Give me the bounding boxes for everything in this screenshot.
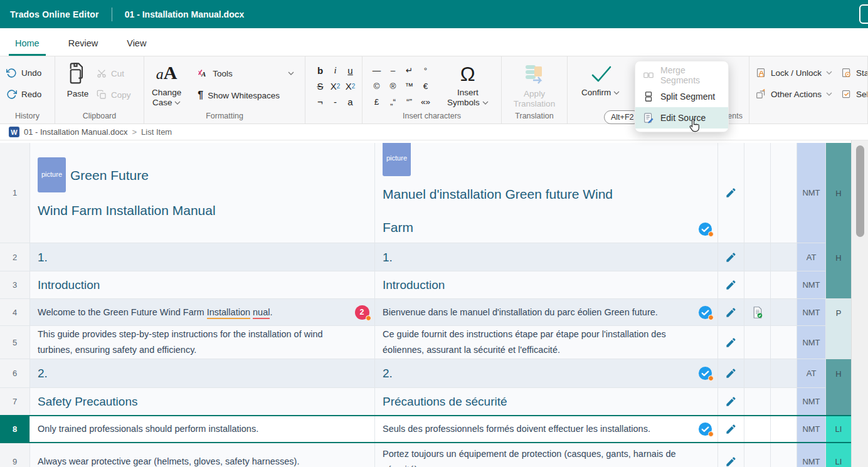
edit-pencil-icon[interactable] (725, 367, 737, 379)
edit-target-cell (718, 143, 744, 243)
translation-origin-cell: AT (797, 243, 826, 271)
header-button-partial[interactable] (859, 4, 868, 24)
not-sign-button[interactable]: ¬ (313, 94, 327, 109)
source-cell[interactable]: 1. (30, 243, 375, 271)
insert-char-button[interactable]: ® (385, 78, 401, 93)
tab-review[interactable]: Review (62, 38, 105, 56)
redo-button[interactable]: Redo (6, 86, 55, 102)
insert-char-button[interactable]: © (369, 78, 384, 93)
group-label-clipboard: Clipboard (55, 112, 144, 120)
group-formatting: aA Change Case A Tools ¶ Show Whitespace… (144, 56, 305, 123)
chevron-down-icon (826, 92, 832, 97)
edit-pencil-icon[interactable] (725, 423, 737, 435)
undo-button[interactable]: Undo (6, 65, 55, 81)
target-cell[interactable]: 2. (375, 359, 718, 388)
insert-char-button[interactable]: ™ (401, 78, 417, 93)
insert-char-button[interactable]: — (369, 63, 384, 78)
insert-char-button[interactable]: ↵ (401, 63, 417, 78)
edit-pencil-icon[interactable] (725, 307, 737, 318)
segment-number[interactable]: 9 (0, 443, 30, 467)
selection-border (0, 442, 851, 443)
edit-pencil-icon[interactable] (725, 187, 737, 199)
source-cell[interactable]: This guide provides step-by-step instruc… (30, 326, 375, 359)
source-cell[interactable]: Welcome to the Green Future Wind Farm In… (30, 299, 375, 326)
insert-char-button[interactable]: „“ (385, 94, 401, 109)
breadcrumb: W 01 - Installation Manual.docx > List I… (0, 124, 868, 140)
segment-number[interactable]: 8 (0, 416, 30, 443)
segment-row: 1pictureGreen FutureWind Farm Installati… (0, 143, 851, 243)
insert-char-button[interactable]: “” (401, 94, 417, 109)
underline-button[interactable]: u (343, 63, 357, 78)
bold-button[interactable]: b (313, 63, 327, 78)
segment-number[interactable]: 6 (0, 359, 30, 388)
insert-char-button[interactable]: € (418, 78, 433, 93)
status-button[interactable]: Statu (841, 65, 868, 81)
document-title: 01 - Installation Manual.docx (125, 9, 245, 19)
scrollbar-thumb[interactable] (856, 145, 864, 237)
source-cell[interactable]: pictureGreen FutureWind Farm Installatio… (30, 143, 375, 243)
superscript-button[interactable]: X2 (343, 78, 357, 93)
preview-cell (744, 271, 771, 299)
translation-origin-cell: NMT (797, 326, 826, 359)
tools-button[interactable]: A Tools (198, 65, 298, 81)
breadcrumb-section: List Item (141, 127, 172, 137)
apply-translation-icon (522, 63, 547, 87)
vertical-scrollbar[interactable] (851, 140, 868, 467)
source-cell[interactable]: Only trained professionals should perfor… (30, 416, 375, 443)
segment-number[interactable]: 2 (0, 243, 30, 271)
target-cell[interactable]: pictureManuel d'installation Green futur… (375, 143, 718, 243)
target-cell[interactable]: Bienvenue dans le manuel d'installation … (375, 299, 718, 326)
word-file-icon: W (9, 127, 19, 137)
target-cell[interactable]: Seuls des professionnels formés doivent … (375, 416, 718, 443)
other-actions-button[interactable]: Other Actions (756, 86, 832, 102)
show-whitespaces-button[interactable]: ¶ Show Whitespaces (198, 87, 298, 103)
lock-unlock-button[interactable]: Lock / Unlock (756, 65, 832, 81)
target-cell[interactable]: Précautions de sécurité (375, 388, 718, 416)
target-cell[interactable]: Ce guide fournit des instructions étape … (375, 326, 718, 359)
copy-button[interactable]: Copy (97, 87, 131, 103)
error-count-badge[interactable]: 2 (355, 305, 369, 320)
segment-number[interactable]: 1 (0, 143, 30, 243)
edit-pencil-icon[interactable] (725, 396, 737, 407)
insert-char-button[interactable]: «» (418, 94, 433, 109)
document-check-icon[interactable] (751, 306, 764, 319)
target-cell[interactable]: 1. (375, 243, 718, 271)
target-cell[interactable]: Portez toujours un équipement de protect… (375, 443, 718, 467)
ribbon-tabs: Home Review View (0, 28, 868, 56)
menu-item-edit-source[interactable]: Edit Source (635, 107, 728, 129)
insert-char-button[interactable]: – (385, 63, 401, 78)
segment-number[interactable]: 4 (0, 299, 30, 326)
select-button[interactable]: Selec (841, 86, 868, 102)
menu-item-merge-segments[interactable]: Merge Segments (635, 65, 728, 86)
change-case-label: Change Case (152, 88, 181, 108)
menu-item-split-segment[interactable]: Split Segment (635, 86, 728, 107)
italic-button[interactable]: i (328, 63, 342, 78)
edit-pencil-icon[interactable] (725, 279, 737, 291)
edit-pencil-icon[interactable] (725, 456, 737, 467)
optional-hyphen-button[interactable]: - (328, 94, 342, 109)
source-cell[interactable]: Always wear protective gear (helmets, gl… (30, 443, 375, 467)
lowercase-a-button[interactable]: a (343, 94, 357, 109)
insert-char-button[interactable]: ° (418, 63, 433, 78)
strikethrough-button[interactable]: S (313, 78, 327, 93)
source-cell[interactable]: Safety Precautions (30, 388, 375, 416)
target-cell[interactable]: Introduction (375, 271, 718, 299)
segment-number[interactable]: 3 (0, 271, 30, 299)
subscript-button[interactable]: X2 (328, 78, 342, 93)
insert-char-button[interactable]: £ (369, 94, 384, 109)
preview-cell (744, 243, 771, 271)
translation-origin-cell: NMT (797, 443, 826, 467)
preview-cell[interactable] (744, 299, 771, 326)
tab-view[interactable]: View (120, 38, 152, 56)
cut-button[interactable]: Cut (97, 65, 131, 81)
segment-number[interactable]: 5 (0, 326, 30, 359)
edit-pencil-icon[interactable] (725, 337, 737, 349)
tab-home[interactable]: Home (9, 38, 46, 56)
edit-pencil-icon[interactable] (725, 251, 737, 263)
source-cell[interactable]: Introduction (30, 271, 375, 299)
segment-number[interactable]: 7 (0, 388, 30, 416)
segment-row: 4Welcome to the Green Future Wind Farm I… (0, 299, 851, 326)
source-cell[interactable]: 2. (30, 359, 375, 388)
translation-origin-cell: NMT (797, 143, 826, 243)
breadcrumb-document[interactable]: 01 - Installation Manual.docx (24, 127, 127, 137)
